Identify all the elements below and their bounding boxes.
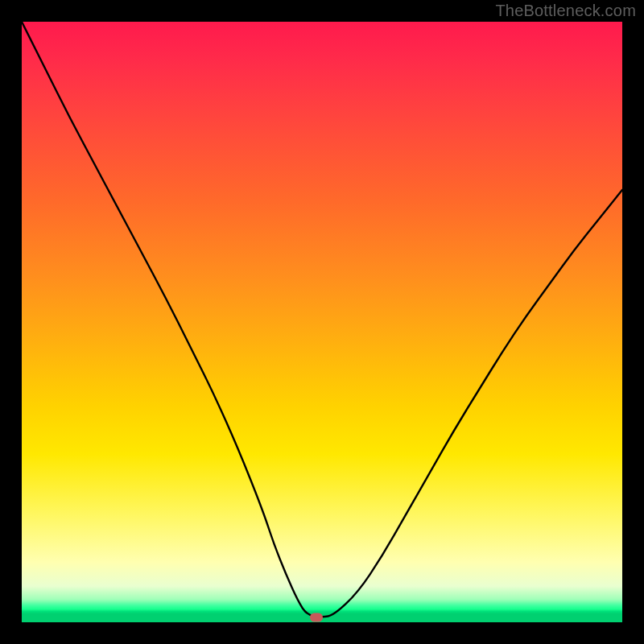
plot-area	[22, 22, 622, 622]
optimal-point-marker	[310, 613, 323, 622]
bottleneck-curve	[22, 22, 622, 622]
chart-frame: TheBottleneck.com	[0, 0, 644, 644]
watermark-link[interactable]: TheBottleneck.com	[495, 2, 636, 20]
curve-path	[22, 22, 622, 617]
